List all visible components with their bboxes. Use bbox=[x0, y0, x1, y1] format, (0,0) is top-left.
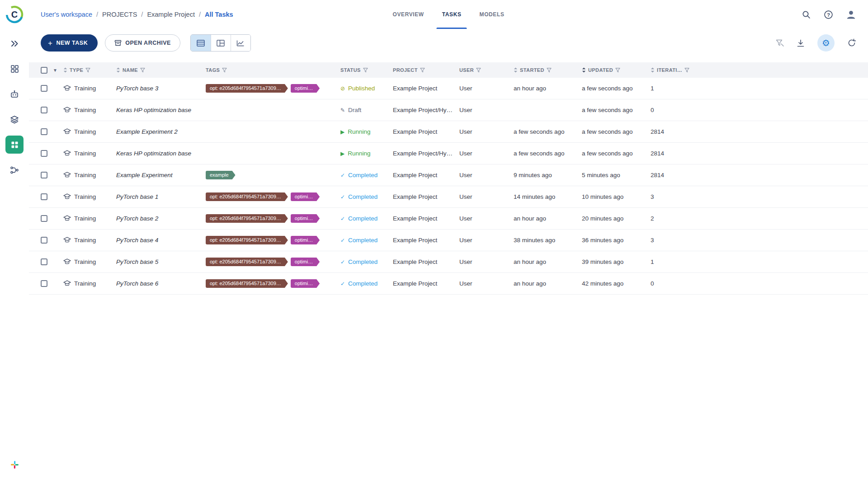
column-header-user[interactable]: USER bbox=[459, 67, 514, 73]
open-archive-button[interactable]: OPEN ARCHIVE bbox=[105, 34, 180, 52]
column-header-updated[interactable]: UPDATED bbox=[582, 67, 651, 73]
column-settings-button[interactable]: ⚙ bbox=[817, 34, 835, 52]
table-row[interactable]: TrainingPyTorch base 2opt: e205d684f7954… bbox=[29, 208, 868, 230]
filter-funnel-icon[interactable] bbox=[476, 68, 481, 73]
filter-funnel-icon[interactable] bbox=[547, 68, 552, 73]
column-header-tags[interactable]: TAGS bbox=[206, 67, 340, 73]
row-checkbox[interactable] bbox=[41, 193, 47, 200]
user-avatar[interactable] bbox=[846, 9, 856, 20]
table-view-button[interactable] bbox=[191, 35, 211, 51]
breadcrumb-projects[interactable]: PROJECTS bbox=[102, 11, 137, 18]
tab-models[interactable]: MODELS bbox=[471, 0, 514, 29]
table-row[interactable]: TrainingPyTorch base 1opt: e205d684f7954… bbox=[29, 186, 868, 208]
tag-chip[interactable]: opt: e205d684f7954571a7309… bbox=[206, 214, 288, 223]
search-button[interactable] bbox=[802, 10, 811, 19]
filter-funnel-icon[interactable] bbox=[615, 68, 620, 73]
tag-chip[interactable]: opt: e205d684f7954571a7309… bbox=[206, 279, 288, 288]
breadcrumb-workspace[interactable]: User's workspace bbox=[41, 11, 92, 18]
sidebar-item-dashboard[interactable] bbox=[5, 60, 24, 78]
status-icon: ▶ bbox=[340, 129, 344, 135]
filter-funnel-icon[interactable] bbox=[684, 68, 689, 73]
tag-chip[interactable]: opt: e205d684f7954571a7309… bbox=[206, 258, 288, 266]
column-header-status[interactable]: STATUS bbox=[340, 67, 393, 73]
table-row[interactable]: TrainingPyTorch base 5opt: e205d684f7954… bbox=[29, 251, 868, 273]
tag-chip[interactable]: optimi… bbox=[291, 258, 320, 266]
table-row[interactable]: TrainingKeras HP optimization base▶Runni… bbox=[29, 143, 868, 164]
row-checkbox[interactable] bbox=[41, 128, 47, 135]
sidebar-item-pipelines[interactable] bbox=[5, 161, 24, 179]
row-checkbox[interactable] bbox=[41, 107, 47, 113]
table-row[interactable]: TrainingExample Experimentexample✓Comple… bbox=[29, 164, 868, 186]
filter-funnel-icon[interactable] bbox=[222, 68, 227, 73]
tab-tasks[interactable]: TASKS bbox=[433, 0, 471, 29]
row-checkbox[interactable] bbox=[41, 85, 47, 92]
sort-icon[interactable] bbox=[63, 67, 67, 73]
sort-icon[interactable] bbox=[651, 67, 655, 73]
table-row[interactable]: TrainingKeras HP optimization base✎Draft… bbox=[29, 99, 868, 121]
row-checkbox[interactable] bbox=[41, 215, 47, 222]
help-button[interactable]: ? bbox=[824, 10, 833, 19]
tag-chip[interactable]: optimi… bbox=[291, 192, 320, 201]
cell-name[interactable]: PyTorch base 3 bbox=[116, 85, 206, 92]
cell-name[interactable]: Keras HP optimization base bbox=[116, 150, 206, 157]
column-header-type[interactable]: TYPE bbox=[63, 67, 116, 73]
tag-chip[interactable]: example bbox=[206, 171, 236, 179]
tag-chip[interactable]: optimi… bbox=[291, 236, 320, 244]
filter-funnel-icon[interactable] bbox=[420, 68, 425, 73]
cell-name[interactable]: PyTorch base 1 bbox=[116, 193, 206, 200]
tag-chip[interactable]: opt: e205d684f7954571a7309… bbox=[206, 236, 288, 244]
row-checkbox[interactable] bbox=[41, 237, 47, 244]
table-row[interactable]: TrainingExample Experiment 2▶RunningExam… bbox=[29, 121, 868, 143]
sidebar-expand-button[interactable] bbox=[5, 34, 24, 52]
row-checkbox[interactable] bbox=[41, 150, 47, 157]
cell-name[interactable]: PyTorch base 5 bbox=[116, 258, 206, 265]
table-row[interactable]: TrainingPyTorch base 3opt: e205d684f7954… bbox=[29, 78, 868, 99]
new-task-button[interactable]: + NEW TASK bbox=[41, 34, 98, 52]
cell-name[interactable]: PyTorch base 6 bbox=[116, 280, 206, 287]
column-header-project[interactable]: PROJECT bbox=[393, 67, 459, 73]
tag-chip[interactable]: optimi… bbox=[291, 84, 320, 93]
view-mode-switcher bbox=[190, 34, 251, 52]
slack-link[interactable] bbox=[5, 455, 24, 474]
cell-updated: a few seconds ago bbox=[582, 85, 651, 92]
sidebar-item-agents[interactable] bbox=[5, 85, 24, 103]
filter-funnel-icon[interactable] bbox=[85, 68, 90, 73]
tab-overview[interactable]: OVERVIEW bbox=[384, 0, 433, 29]
tag-chip[interactable]: opt: e205d684f7954571a7309… bbox=[206, 84, 288, 93]
sidebar-item-datasets[interactable] bbox=[5, 110, 24, 128]
row-checkbox[interactable] bbox=[41, 172, 47, 178]
tag-chip[interactable]: optimi… bbox=[291, 279, 320, 288]
filter-funnel-icon[interactable] bbox=[363, 68, 368, 73]
sort-icon[interactable] bbox=[116, 67, 120, 73]
breadcrumb-all-tasks[interactable]: All Tasks bbox=[205, 11, 233, 18]
tag-chip[interactable]: optimi… bbox=[291, 214, 320, 223]
column-label: STATUS bbox=[340, 67, 361, 73]
select-dropdown-caret[interactable]: ▼ bbox=[53, 68, 57, 73]
chart-view-button[interactable] bbox=[231, 35, 250, 51]
tag-chip[interactable]: opt: e205d684f7954571a7309… bbox=[206, 192, 288, 201]
table-row[interactable]: TrainingPyTorch base 4opt: e205d684f7954… bbox=[29, 230, 868, 251]
row-checkbox[interactable] bbox=[41, 258, 47, 265]
filter-funnel-icon[interactable] bbox=[140, 68, 145, 73]
clearml-logo[interactable]: C bbox=[5, 5, 24, 24]
cell-name[interactable]: Example Experiment bbox=[116, 172, 206, 178]
table-row[interactable]: TrainingPyTorch base 6opt: e205d684f7954… bbox=[29, 273, 868, 295]
split-view-button[interactable] bbox=[211, 35, 231, 51]
cell-updated: 42 minutes ago bbox=[582, 280, 651, 287]
cell-name[interactable]: Example Experiment 2 bbox=[116, 128, 206, 135]
cell-name[interactable]: PyTorch base 4 bbox=[116, 237, 206, 244]
sort-icon[interactable] bbox=[582, 67, 586, 73]
sort-icon[interactable] bbox=[514, 67, 518, 73]
download-button[interactable] bbox=[797, 39, 805, 47]
cell-name[interactable]: PyTorch base 2 bbox=[116, 215, 206, 222]
sidebar-item-projects[interactable] bbox=[5, 136, 24, 154]
cell-name[interactable]: Keras HP optimization base bbox=[116, 107, 206, 113]
column-header-started[interactable]: STARTED bbox=[514, 67, 582, 73]
column-header-iterati[interactable]: ITERATI… bbox=[651, 67, 868, 73]
select-all-checkbox[interactable] bbox=[41, 67, 47, 74]
auto-refresh-button[interactable] bbox=[847, 38, 856, 47]
clear-filters-button[interactable] bbox=[775, 39, 784, 47]
breadcrumb-project-name[interactable]: Example Project bbox=[147, 11, 195, 18]
column-header-name[interactable]: NAME bbox=[116, 67, 206, 73]
row-checkbox[interactable] bbox=[41, 280, 47, 287]
